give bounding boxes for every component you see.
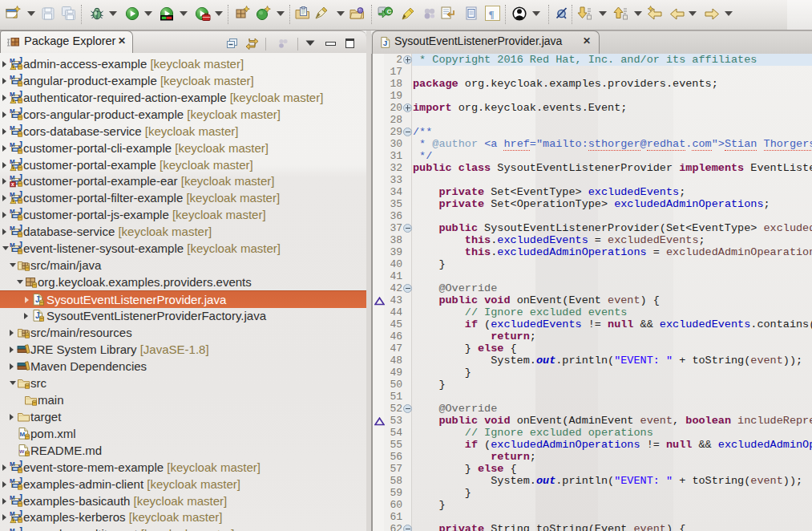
svg-text:J: J [18,91,23,99]
svg-text:M: M [20,431,26,438]
svg-text:J: J [18,174,23,182]
svg-text:M: M [10,57,15,64]
svg-text:J: J [18,225,23,233]
svg-text:J: J [18,158,23,166]
svg-text:x: x [11,181,14,187]
svg-text:w: w [18,448,25,455]
svg-text:J: J [18,494,23,502]
svg-text:M: M [10,191,15,198]
svg-text:C: C [387,8,392,15]
svg-text:M: M [10,460,15,468]
svg-text:M: M [10,477,15,484]
svg-text:J: J [18,510,23,518]
svg-text:J: J [18,74,23,82]
svg-text:J: J [18,208,23,216]
svg-text:J: J [18,124,23,132]
svg-text:M: M [10,107,15,115]
svg-text:J: J [18,460,23,468]
svg-text:M: M [10,174,15,181]
svg-text:J: J [18,241,23,249]
svg-text:M: M [10,494,15,501]
svg-text:M: M [10,527,15,531]
svg-text:J: J [35,295,40,304]
svg-text:J: J [383,39,388,47]
svg-text:M: M [10,225,15,232]
svg-text:M: M [10,124,15,132]
svg-text:J: J [18,141,23,149]
svg-text:J: J [18,477,23,485]
svg-text:M: M [10,91,15,98]
svg-text:M: M [10,141,15,148]
svg-text:M: M [10,158,15,165]
svg-text:M: M [10,510,15,517]
svg-text:M: M [10,208,15,215]
svg-text:M: M [10,241,15,249]
svg-text:J: J [18,527,23,531]
svg-text:J: J [35,311,40,320]
svg-text:J: J [18,191,23,199]
svg-text:J: J [18,107,23,116]
svg-text:M: M [10,74,15,81]
svg-text:J: J [18,57,23,65]
svg-text:¶: ¶ [489,8,495,20]
